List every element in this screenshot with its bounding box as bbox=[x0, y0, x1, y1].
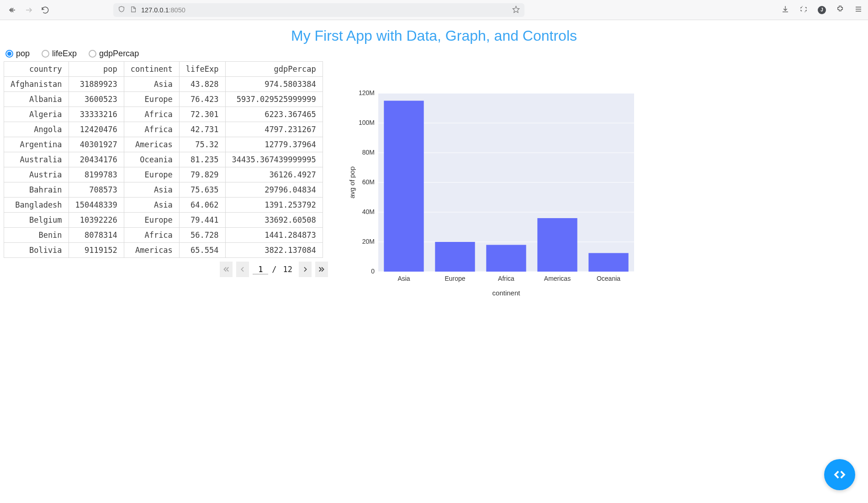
table-cell[interactable]: Bahrain bbox=[4, 182, 69, 198]
table-cell[interactable]: Americas bbox=[124, 137, 179, 152]
table-row[interactable]: Australia20434176Oceania81.23534435.3674… bbox=[4, 152, 323, 167]
table-cell[interactable]: Asia bbox=[124, 198, 179, 213]
table-cell[interactable]: 75.635 bbox=[179, 182, 225, 198]
table-cell[interactable]: 10392226 bbox=[69, 213, 124, 228]
table-cell[interactable]: 150448339 bbox=[69, 198, 124, 213]
bar[interactable] bbox=[588, 253, 628, 272]
bar[interactable] bbox=[435, 242, 475, 272]
downloads-icon[interactable] bbox=[781, 5, 789, 15]
table-cell[interactable]: 43.828 bbox=[179, 77, 225, 92]
table-cell[interactable]: Angola bbox=[4, 122, 69, 137]
table-row[interactable]: Afghanistan31889923Asia43.828974.5803384 bbox=[4, 77, 323, 92]
bar[interactable] bbox=[537, 218, 577, 272]
table-cell[interactable]: Americas bbox=[124, 243, 179, 258]
table-row[interactable]: Bangladesh150448339Asia64.0621391.253792 bbox=[4, 198, 323, 213]
table-cell[interactable]: 33333216 bbox=[69, 107, 124, 122]
table-row[interactable]: Bolivia9119152Americas65.5543822.137084 bbox=[4, 243, 323, 258]
table-cell[interactable]: Africa bbox=[124, 107, 179, 122]
forward-button[interactable] bbox=[25, 6, 33, 14]
table-cell[interactable]: 1441.284873 bbox=[225, 228, 323, 243]
table-cell[interactable]: 29796.04834 bbox=[225, 182, 323, 198]
table-cell[interactable]: Belgium bbox=[4, 213, 69, 228]
table-cell[interactable]: 76.423 bbox=[179, 92, 225, 107]
table-row[interactable]: Argentina40301927Americas75.3212779.3796… bbox=[4, 137, 323, 152]
column-header[interactable]: continent bbox=[124, 62, 179, 77]
table-cell[interactable]: Albania bbox=[4, 92, 69, 107]
table-cell[interactable]: 65.554 bbox=[179, 243, 225, 258]
table-cell[interactable]: Argentina bbox=[4, 137, 69, 152]
table-cell[interactable]: 81.235 bbox=[179, 152, 225, 167]
table-cell[interactable]: 72.301 bbox=[179, 107, 225, 122]
table-cell[interactable]: 79.441 bbox=[179, 213, 225, 228]
page-current-input[interactable] bbox=[253, 265, 268, 274]
table-row[interactable]: Bahrain708573Asia75.63529796.04834 bbox=[4, 182, 323, 198]
bar-chart[interactable]: 020M40M60M80M100M120MAsiaEuropeAfricaAme… bbox=[337, 61, 864, 300]
table-row[interactable]: Albania3600523Europe76.4235937.029525999… bbox=[4, 92, 323, 107]
table-cell[interactable]: Africa bbox=[124, 122, 179, 137]
table-cell[interactable]: 4797.231267 bbox=[225, 122, 323, 137]
page-next-button[interactable] bbox=[299, 262, 312, 277]
bookmark-star-icon[interactable] bbox=[512, 5, 520, 15]
table-cell[interactable]: Oceania bbox=[124, 152, 179, 167]
address-bar[interactable]: 127.0.0.1:8050 bbox=[113, 3, 524, 17]
bar[interactable] bbox=[384, 101, 423, 272]
table-cell[interactable]: 79.829 bbox=[179, 167, 225, 182]
table-row[interactable]: Angola12420476Africa42.7314797.231267 bbox=[4, 122, 323, 137]
radio-pop[interactable]: pop bbox=[5, 49, 30, 59]
table-cell[interactable]: 75.32 bbox=[179, 137, 225, 152]
page-last-button[interactable] bbox=[315, 262, 328, 277]
table-cell[interactable]: 3600523 bbox=[69, 92, 124, 107]
table-cell[interactable]: 8078314 bbox=[69, 228, 124, 243]
account-avatar[interactable]: J bbox=[818, 6, 826, 14]
table-cell[interactable]: 33692.60508 bbox=[225, 213, 323, 228]
table-cell[interactable]: Australia bbox=[4, 152, 69, 167]
table-cell[interactable]: 42.731 bbox=[179, 122, 225, 137]
column-header[interactable]: gdpPercap bbox=[225, 62, 323, 77]
menu-icon[interactable] bbox=[854, 5, 863, 15]
table-cell[interactable]: Europe bbox=[124, 213, 179, 228]
table-cell[interactable]: 12420476 bbox=[69, 122, 124, 137]
column-header[interactable]: pop bbox=[69, 62, 124, 77]
table-cell[interactable]: 9119152 bbox=[69, 243, 124, 258]
table-cell[interactable]: Austria bbox=[4, 167, 69, 182]
table-cell[interactable]: Asia bbox=[124, 77, 179, 92]
table-cell[interactable]: 1391.253792 bbox=[225, 198, 323, 213]
extensions-icon[interactable] bbox=[836, 5, 844, 15]
page-prev-button[interactable] bbox=[236, 262, 249, 277]
back-button[interactable] bbox=[8, 6, 16, 14]
table-cell[interactable]: Europe bbox=[124, 92, 179, 107]
table-cell[interactable]: 708573 bbox=[69, 182, 124, 198]
table-row[interactable]: Belgium10392226Europe79.44133692.60508 bbox=[4, 213, 323, 228]
radio-lifeexp[interactable]: lifeExp bbox=[42, 49, 77, 59]
table-cell[interactable]: 8199783 bbox=[69, 167, 124, 182]
bar[interactable] bbox=[486, 245, 526, 272]
screenshot-icon[interactable] bbox=[799, 5, 808, 15]
table-cell[interactable]: Afghanistan bbox=[4, 77, 69, 92]
table-cell[interactable]: Africa bbox=[124, 228, 179, 243]
table-cell[interactable]: Bangladesh bbox=[4, 198, 69, 213]
column-header[interactable]: country bbox=[4, 62, 69, 77]
table-cell[interactable]: 56.728 bbox=[179, 228, 225, 243]
table-cell[interactable]: Asia bbox=[124, 182, 179, 198]
table-cell[interactable]: 12779.37964 bbox=[225, 137, 323, 152]
table-cell[interactable]: 3822.137084 bbox=[225, 243, 323, 258]
column-header[interactable]: lifeExp bbox=[179, 62, 225, 77]
table-cell[interactable]: 31889923 bbox=[69, 77, 124, 92]
radio-gdppercap[interactable]: gdpPercap bbox=[89, 49, 139, 59]
table-cell[interactable]: 6223.367465 bbox=[225, 107, 323, 122]
table-cell[interactable]: 64.062 bbox=[179, 198, 225, 213]
table-row[interactable]: Algeria33333216Africa72.3016223.367465 bbox=[4, 107, 323, 122]
table-cell[interactable]: 20434176 bbox=[69, 152, 124, 167]
table-row[interactable]: Benin8078314Africa56.7281441.284873 bbox=[4, 228, 323, 243]
table-cell[interactable]: 36126.4927 bbox=[225, 167, 323, 182]
reload-button[interactable] bbox=[41, 6, 49, 14]
table-cell[interactable]: Algeria bbox=[4, 107, 69, 122]
data-table[interactable]: countrypopcontinentlifeExpgdpPercap Afgh… bbox=[4, 61, 323, 258]
page-first-button[interactable] bbox=[220, 262, 233, 277]
table-cell[interactable]: Benin bbox=[4, 228, 69, 243]
table-row[interactable]: Austria8199783Europe79.82936126.4927 bbox=[4, 167, 323, 182]
table-cell[interactable]: 34435.367439999995 bbox=[225, 152, 323, 167]
table-cell[interactable]: Bolivia bbox=[4, 243, 69, 258]
table-cell[interactable]: 974.5803384 bbox=[225, 77, 323, 92]
table-cell[interactable]: 40301927 bbox=[69, 137, 124, 152]
